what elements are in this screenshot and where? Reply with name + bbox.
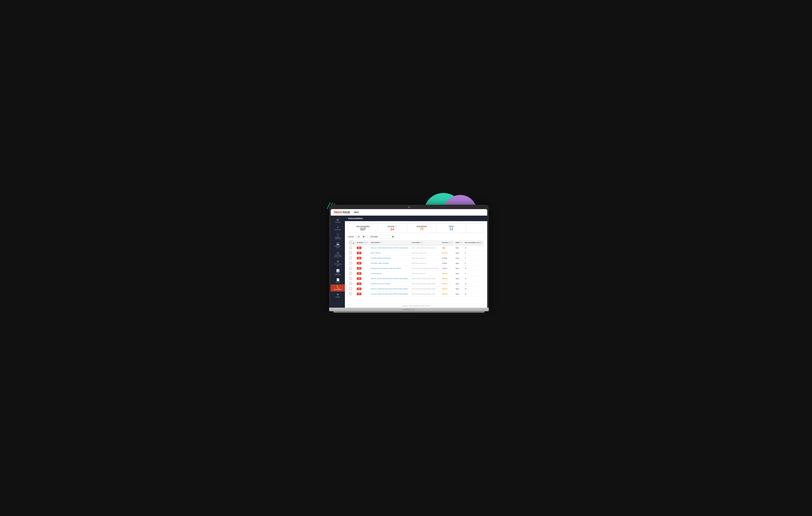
th-acurisq: AcuRisQ i ⇅ <box>355 240 370 245</box>
api-icon: ⚙ <box>337 260 339 263</box>
row-disc-7: 10 <box>464 281 484 286</box>
laptop-notch <box>408 206 410 208</box>
row-checkbox-cell <box>348 256 355 261</box>
sidebar-label-dashboard: Dashboard <box>335 229 341 231</box>
row-checkbox-4[interactable] <box>349 267 352 269</box>
sidebar-item-vulnerabilities[interactable]: 🐛 Vulnerabilities <box>331 284 345 291</box>
row-checkbox-3[interactable] <box>349 262 352 264</box>
row-checkbox-cell <box>348 261 355 266</box>
stat-total: Total Vulnerabilities 117 <box>348 224 378 233</box>
disc-value-0: 10 <box>465 247 466 249</box>
sidebar-label-application: ApplicationAudit <box>335 246 341 249</box>
disc-value-9: 10 <box>465 293 466 295</box>
main-content: Total Vulnerabilities 117 High Risk i <box>345 221 487 304</box>
score-badge-0: 48 <box>357 247 361 249</box>
row-asset-6: https://cust01.developmentlabs.college <box>410 276 441 281</box>
sidebar-label-reports: Reports <box>336 282 340 283</box>
severity-sort-icon[interactable]: ⇅ <box>451 241 453 243</box>
row-checkbox-5[interactable] <box>349 272 352 275</box>
vuln-link-4[interactable]: Password Field Submitted Using GET Metho… <box>371 267 401 269</box>
laptop-model: MacBook Pro <box>403 309 415 310</box>
stat-high-label: High Risk i <box>381 225 404 227</box>
sidebar-item-reports[interactable]: 📄 Reports <box>331 277 345 284</box>
row-severity-1: Medium <box>441 251 454 256</box>
vuln-link-1[interactable]: Iframe Injection <box>371 252 381 254</box>
row-score-6: 37 <box>355 276 370 281</box>
asset-sort-icon[interactable]: ⇅ <box>421 241 423 243</box>
sidebar-item-application[interactable]: 💻 ApplicationAudit <box>331 241 345 250</box>
row-checkbox-7[interactable] <box>349 282 352 285</box>
acurisq-sort-icon[interactable]: ⇅ <box>367 241 368 243</box>
row-vuln-0: Insecure Content Security Policy (CSP)/X… <box>370 245 410 251</box>
table-row: 41 Password Field Submitted Using GET Me… <box>348 266 484 271</box>
row-disc-9: 10 <box>464 291 484 297</box>
sidebar-item-malware[interactable]: 🛡 MalwareMonitoring <box>331 232 345 241</box>
sidebar-item-vulnerability[interactable]: ◎ VulnerabilityAssessment <box>331 250 345 259</box>
vuln-link-3[interactable]: Old Cipher Suites Detected <box>371 262 389 264</box>
select-all-checkbox[interactable] <box>349 241 352 243</box>
th-severity: Severity i ⇅ <box>441 240 454 245</box>
laptop-bottom <box>333 311 485 313</box>
vuln-link-8[interactable]: Insecure Content Security Policy (CSP)/X… <box>371 288 408 290</box>
row-checkbox-1[interactable] <box>349 252 352 254</box>
status-sort-icon[interactable]: ⇅ <box>461 241 462 243</box>
acurisq-info-icon[interactable]: i <box>364 241 366 243</box>
score-badge-4: 41 <box>357 267 361 269</box>
footer-copyright: Copyright © 2024 Indusface All rights re… <box>345 304 487 308</box>
vuln-link-0[interactable]: Insecure Content Security Policy (CSP)/X… <box>371 247 408 249</box>
row-checkbox-2[interactable] <box>349 257 352 259</box>
row-checkbox-6[interactable] <box>349 277 352 280</box>
display-select[interactable]: 10 25 50 100 <box>355 235 366 238</box>
score-badge-6: 37 <box>357 277 361 280</box>
asset-select[interactable]: -- All Asset -- <box>367 235 395 238</box>
row-checkbox-8[interactable] <box>349 287 352 290</box>
sidebar-item-summary[interactable]: ⊞ Summary <box>331 217 345 224</box>
stat-others-label: Others <box>440 225 463 227</box>
status-value-8: Open <box>456 288 459 290</box>
score-badge-1: 46 <box>357 252 361 254</box>
sidebar-item-asset[interactable]: 📊 AssetMonitoring <box>331 268 345 277</box>
score-badge-5: 39 <box>357 272 361 275</box>
laptop-screen-outer: INDUS FACE ™ WAS ⊞ Summary <box>329 205 489 308</box>
high-risk-info-icon[interactable]: i <box>395 225 397 227</box>
row-disc-2: 4 <box>464 256 484 261</box>
severity-value-9: Medium <box>442 293 447 295</box>
vuln-link-7[interactable]: Unset/Insecure HSTS header <box>371 283 390 285</box>
row-checkbox-cell <box>348 276 355 281</box>
row-checkbox-0[interactable] <box>349 247 352 249</box>
vulnerability-sort-icon[interactable]: ⇅ <box>380 241 382 243</box>
severity-info-icon[interactable]: i <box>448 241 451 243</box>
scene: INDUS FACE ™ WAS ⊞ Summary <box>317 197 495 319</box>
row-checkbox-cell <box>348 266 355 271</box>
row-disc-4: 10 <box>464 266 484 271</box>
sidebar-item-settings[interactable]: ⚙ Settings <box>331 292 345 299</box>
row-status-4: Open <box>454 266 464 271</box>
table-header-row: All AcuRisQ i ⇅ <box>348 240 484 245</box>
sidebar-item-dashboard[interactable]: ≡ Dashboard <box>331 225 345 232</box>
sidebar-item-api[interactable]: ⚙ API SecurityAudit <box>331 259 345 268</box>
disc-value-2: 4 <box>465 257 466 259</box>
row-asset-7: https://cust01.developmentlabs.college <box>410 281 441 286</box>
asset-url-6: https://cust01.developmentlabs.college <box>412 278 436 279</box>
vuln-link-9[interactable]: Insecure Content Security Policy (CSP)/X… <box>371 293 408 295</box>
laptop-screen: INDUS FACE ™ WAS ⊞ Summary <box>331 209 487 308</box>
vuln-link-6[interactable]: Insecure Content Security Policy (CSP)/X… <box>371 278 408 280</box>
table-row: 43 Old Cipher Suites Detected https://de… <box>348 261 484 266</box>
severity-value-5: Medium <box>442 273 447 275</box>
row-disc-6: 10 <box>464 276 484 281</box>
vuln-link-5[interactable]: Content Injection <box>371 273 382 275</box>
row-status-5: Open <box>454 271 464 276</box>
discoverability-info-icon[interactable]: i <box>480 241 482 243</box>
row-checkbox-9[interactable] <box>349 292 352 295</box>
severity-value-1: Medium <box>442 252 447 254</box>
logo-face: FACE <box>343 211 350 214</box>
vuln-link-2[interactable]: Possible Slowloris DOS Attack <box>371 257 390 259</box>
status-value-1: Open <box>456 252 459 254</box>
row-status-8: Open <box>454 286 464 291</box>
table-row: 37 Insecure Content Security Policy (CSP… <box>348 286 484 291</box>
table-row: 37 Insecure Content Security Policy (CSP… <box>348 276 484 281</box>
row-vuln-3: Old Cipher Suites Detected <box>370 261 410 266</box>
row-status-6: Open <box>454 276 464 281</box>
row-severity-4: Critical <box>441 266 454 271</box>
asset-url-3: https://demo.testfire.net <box>412 262 426 264</box>
